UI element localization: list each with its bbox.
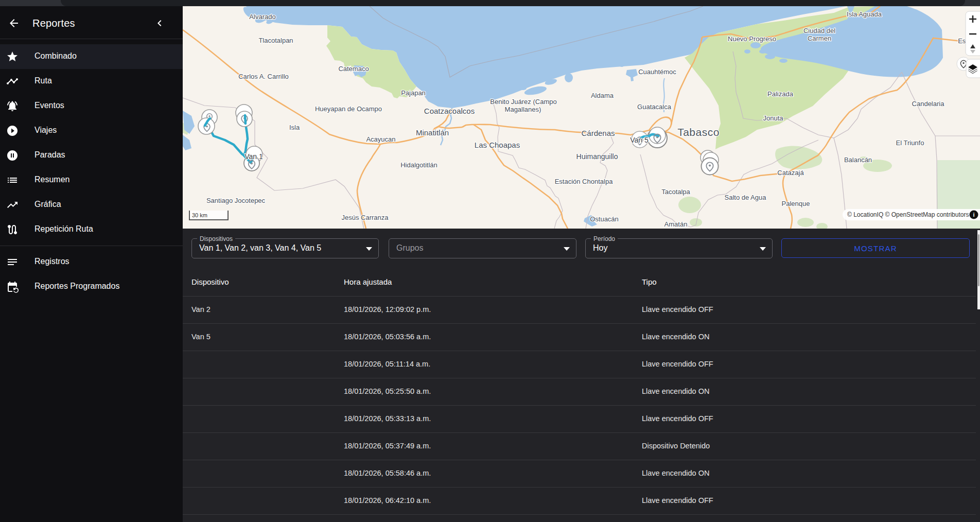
- svg-text:Huimanguillo: Huimanguillo: [576, 152, 618, 161]
- svg-text:Minatitlán: Minatitlán: [416, 128, 449, 137]
- svg-text:Catemaco: Catemaco: [338, 65, 369, 73]
- svg-text:Van 5: Van 5: [630, 136, 649, 144]
- svg-text:Santiago Jocotepec: Santiago Jocotepec: [206, 197, 266, 204]
- svg-text:Cuauhtémoc: Cuauhtémoc: [638, 68, 676, 76]
- svg-text:Aldama: Aldama: [591, 92, 614, 99]
- svg-text:Van 1: Van 1: [244, 152, 263, 161]
- svg-text:Palenque: Palenque: [782, 200, 810, 207]
- svg-text:Balancán: Balancán: [844, 156, 872, 164]
- svg-text:30 km: 30 km: [192, 212, 207, 218]
- svg-text:Carlos A. Carrillo: Carlos A. Carrillo: [238, 73, 289, 80]
- svg-text:Tabasco: Tabasco: [677, 126, 720, 138]
- svg-text:Tacotalpa: Tacotalpa: [661, 188, 690, 196]
- svg-text:i: i: [973, 212, 974, 218]
- svg-text:Hueyapan de Ocampo: Hueyapan de Ocampo: [315, 105, 382, 113]
- svg-text:Palizada: Palizada: [767, 90, 794, 98]
- svg-text:Pajapan: Pajapan: [401, 89, 426, 97]
- svg-text:Catazajá: Catazajá: [777, 169, 804, 177]
- svg-text:Coatzacoalcos: Coatzacoalcos: [424, 107, 475, 115]
- svg-text:Nuevo Progreso: Nuevo Progreso: [728, 35, 776, 43]
- svg-text:© LocationIQ © OpenStreetMap c: © LocationIQ © OpenStreetMap contributor…: [847, 211, 969, 218]
- svg-text:Guatacalca: Guatacalca: [637, 103, 672, 111]
- svg-text:Carmen: Carmen: [808, 34, 831, 42]
- svg-text:Jesús Carranza: Jesús Carranza: [341, 214, 389, 221]
- svg-text:Las Choapas: Las Choapas: [475, 141, 520, 149]
- svg-text:Ciudad del: Ciudad del: [803, 27, 835, 34]
- svg-text:Cárdenas: Cárdenas: [581, 129, 615, 137]
- svg-text:Amatán: Amatán: [664, 220, 688, 228]
- svg-text:Hidalgotitlán: Hidalgotitlán: [400, 161, 437, 169]
- svg-text:Tlacotalpan: Tlacotalpan: [258, 37, 293, 44]
- svg-text:Acayucan: Acayucan: [366, 135, 395, 143]
- svg-text:Candelaria: Candelaria: [912, 100, 945, 108]
- svg-text:Isla Aguada: Isla Aguada: [847, 10, 882, 18]
- svg-text:Benito Juárez (Campo: Benito Juárez (Campo: [490, 98, 556, 106]
- svg-text:Alvarado: Alvarado: [249, 13, 275, 21]
- svg-text:Ostuacán: Ostuacán: [590, 215, 619, 223]
- svg-text:El Triunfo: El Triunfo: [896, 139, 924, 147]
- svg-text:Magallanes): Magallanes): [505, 106, 541, 113]
- svg-text:Jonuta: Jonuta: [763, 114, 783, 122]
- svg-text:Isla: Isla: [289, 124, 300, 131]
- svg-text:Estación Chontalpa: Estación Chontalpa: [555, 178, 614, 185]
- svg-text:Salto de Agua: Salto de Agua: [725, 194, 767, 201]
